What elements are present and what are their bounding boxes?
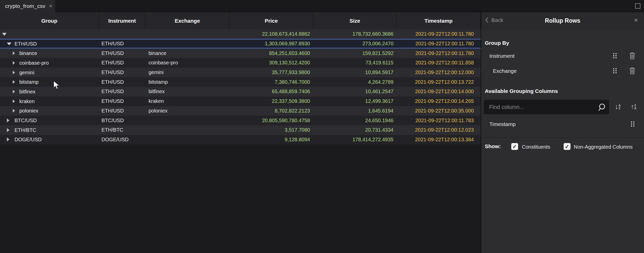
- group-cell: binance: [0, 48, 99, 58]
- drag-handle-icon[interactable]: [631, 121, 635, 128]
- size-cell: 159,821.5292: [313, 48, 397, 58]
- collapse-arrow-icon[interactable]: [13, 90, 15, 93]
- instrument-cell: ETH/BTC: [99, 125, 145, 135]
- table-row[interactable]: BTC/USDBTC/USD20,805,590,780.475824,650.…: [0, 116, 481, 125]
- search-input[interactable]: [484, 100, 609, 115]
- grid-header-row: GroupInstrumentExchangePriceSizeTimestam…: [0, 12, 481, 29]
- timestamp-cell: 2021-09-22T12:00:14.000: [397, 87, 481, 96]
- expand-arrow-icon[interactable]: [7, 43, 11, 45]
- drag-handle-icon[interactable]: [613, 53, 617, 60]
- collapse-arrow-icon[interactable]: [7, 128, 9, 132]
- timestamp-cell: 2021-09-22T12:00:11.780: [397, 29, 481, 39]
- delete-icon[interactable]: [629, 52, 635, 59]
- column-header-instrument[interactable]: Instrument: [99, 12, 145, 29]
- collapse-arrow-icon[interactable]: [13, 51, 15, 55]
- collapse-arrow-icon[interactable]: [13, 80, 15, 84]
- mouse-cursor: [53, 80, 61, 90]
- close-icon[interactable]: ×: [634, 17, 638, 23]
- exchange-cell: kraken: [145, 96, 230, 106]
- group-label: gemini: [19, 69, 34, 75]
- column-header-size[interactable]: Size: [313, 12, 397, 29]
- grid-rows: 22,108,673,414.8862178,732,660.36862021-…: [0, 29, 481, 145]
- delete-icon[interactable]: [629, 67, 635, 74]
- table-row[interactable]: bitfinexETH/USDbitfinex65,488,859.740610…: [0, 87, 481, 96]
- app-window: crypto_from_csv × GroupInstrumentExchang…: [0, 0, 644, 253]
- table-row[interactable]: binanceETH/USDbinance854,251,603.4600159…: [0, 48, 481, 58]
- price-cell: 9,128.8094: [230, 135, 313, 145]
- collapse-arrow-icon[interactable]: [7, 137, 9, 142]
- price-cell: 22,108,673,414.8862: [230, 29, 313, 39]
- group-cell: BTC/USD: [0, 116, 99, 125]
- table-row[interactable]: poloniexETH/USDpoloniex8,702,822.21231,6…: [0, 106, 481, 116]
- exchange-cell: [145, 135, 230, 145]
- rollup-rows-panel: Rollup Rows Back × Group By InstrumentEx…: [481, 12, 644, 253]
- table-row[interactable]: krakenETH/USDkraken22,337,509.380012,499…: [0, 96, 481, 106]
- size-cell: 178,414,272.4935: [313, 135, 397, 145]
- table-row[interactable]: DOGE/USDDOGE/USD9,128.8094178,414,272.49…: [0, 135, 481, 145]
- table-row[interactable]: coinbase-proETH/USDcoinbase-pro309,130,5…: [0, 58, 481, 68]
- checkbox-constituents[interactable]: ✓: [511, 143, 518, 150]
- price-cell: 309,130,512.4200: [230, 58, 313, 68]
- price-cell: 3,517.7080: [230, 125, 313, 135]
- sort-asc-icon[interactable]: ↓AZ: [615, 103, 621, 110]
- instrument-cell: ETH/USD: [99, 68, 145, 77]
- find-column-search[interactable]: [483, 99, 610, 115]
- back-button[interactable]: Back: [485, 17, 503, 23]
- group-cell: gemini: [0, 68, 99, 77]
- size-cell: 4,264.2789: [313, 77, 397, 87]
- expand-arrow-icon[interactable]: [2, 33, 7, 36]
- back-chevron-icon: [485, 17, 488, 23]
- size-cell: 1,645.6194: [313, 106, 397, 116]
- instrument-cell: ETH/USD: [99, 39, 145, 48]
- available-column-timestamp: Timestamp: [489, 121, 516, 127]
- table-row[interactable]: ETH/USDETH/USD1,303,069,987.8930273,006.…: [0, 39, 481, 49]
- column-header-group[interactable]: Group: [0, 12, 99, 29]
- section-divider: [481, 137, 644, 138]
- instrument-cell: BTC/USD: [99, 116, 145, 125]
- group-cell: bitstamp: [0, 77, 99, 87]
- table-row[interactable]: bitstampETH/USDbitstamp7,380,746.70004,2…: [0, 77, 481, 87]
- group-cell: coinbase-pro: [0, 58, 99, 68]
- collapse-arrow-icon[interactable]: [13, 61, 15, 65]
- data-grid: GroupInstrumentExchangePriceSizeTimestam…: [0, 12, 481, 253]
- tab-crypto-from-csv[interactable]: crypto_from_csv ×: [0, 0, 55, 12]
- checkbox-non-aggregated-columns[interactable]: ✓: [564, 143, 570, 150]
- back-label: Back: [491, 17, 503, 23]
- checkbox-label: Constituents: [522, 144, 550, 150]
- show-label: Show:: [485, 143, 501, 149]
- column-header-price[interactable]: Price: [230, 12, 313, 29]
- drag-handle-icon[interactable]: [613, 68, 617, 75]
- exchange-cell: poloniex: [145, 106, 230, 116]
- instrument-cell: [99, 29, 145, 39]
- group-label: DOGE/USD: [14, 137, 42, 143]
- collapse-arrow-icon[interactable]: [13, 100, 15, 103]
- timestamp-cell: 2021-09-22T12:00:11.780: [397, 48, 481, 58]
- maximize-icon[interactable]: [635, 3, 640, 9]
- exchange-cell: bitstamp: [145, 77, 230, 87]
- group-cell: ETH/BTC: [0, 125, 99, 135]
- size-cell: 12,499.3617: [313, 96, 397, 106]
- collapse-arrow-icon[interactable]: [7, 118, 9, 122]
- collapse-arrow-icon[interactable]: [13, 109, 15, 113]
- price-cell: 65,488,859.7406: [230, 87, 313, 96]
- group-label: BTC/USD: [14, 118, 37, 123]
- available-columns-heading: Available Grouping Columns: [485, 88, 558, 94]
- column-header-exchange[interactable]: Exchange: [145, 12, 230, 29]
- size-cell: 273,006.2470: [313, 39, 397, 48]
- group-cell: [0, 29, 99, 39]
- panel-header: Rollup Rows Back ×: [481, 12, 644, 29]
- group-by-item-instrument: Instrument: [489, 53, 515, 59]
- group-label: poloniex: [19, 108, 38, 114]
- table-row[interactable]: 22,108,673,414.8862178,732,660.36862021-…: [0, 29, 481, 39]
- table-row[interactable]: geminiETH/USDgemini35,777,933.980010,894…: [0, 68, 481, 77]
- group-cell: kraken: [0, 96, 99, 106]
- table-row[interactable]: ETH/BTCETH/BTC3,517.708020,731.43342021-…: [0, 125, 481, 135]
- sort-desc-icon[interactable]: ↑ZA: [631, 103, 636, 110]
- timestamp-cell: 2021-09-22T12:00:35.000: [397, 106, 481, 116]
- collapse-arrow-icon[interactable]: [13, 71, 15, 74]
- tab-close-icon[interactable]: ×: [49, 3, 52, 9]
- tab-bar: crypto_from_csv ×: [0, 0, 644, 12]
- column-header-timestamp[interactable]: Timestamp: [397, 12, 481, 29]
- group-label: kraken: [19, 98, 35, 104]
- exchange-cell: coinbase-pro: [145, 58, 230, 68]
